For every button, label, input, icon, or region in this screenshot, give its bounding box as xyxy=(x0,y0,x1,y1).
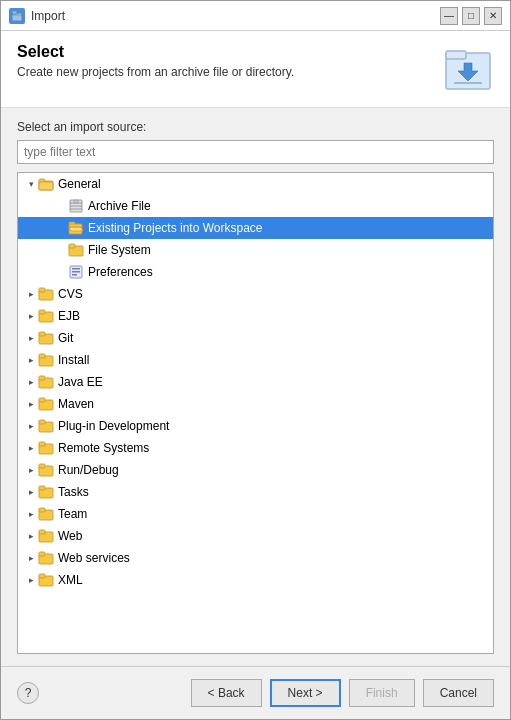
import-dialog: Import — □ ✕ Select Create new projects … xyxy=(0,0,511,720)
expand-arrow[interactable] xyxy=(24,287,38,301)
item-label: Tasks xyxy=(58,485,89,499)
minimize-button[interactable]: — xyxy=(440,7,458,25)
svg-rect-17 xyxy=(69,224,82,227)
expand-arrow[interactable] xyxy=(24,177,38,191)
tree-item-cvs[interactable]: CVS xyxy=(18,283,493,305)
svg-rect-45 xyxy=(39,508,45,512)
content-area: Select an import source: General Archive… xyxy=(1,108,510,666)
expand-arrow[interactable] xyxy=(24,463,38,477)
item-label: Web services xyxy=(58,551,130,565)
footer-buttons: < Back Next > Finish Cancel xyxy=(191,679,494,707)
expand-arrow[interactable] xyxy=(24,551,38,565)
item-label: XML xyxy=(58,573,83,587)
expand-arrow[interactable] xyxy=(24,419,38,433)
tree-item-run-debug[interactable]: Run/Debug xyxy=(18,459,493,481)
item-label: Java EE xyxy=(58,375,103,389)
tree-item-java-ee[interactable]: Java EE xyxy=(18,371,493,393)
svg-rect-22 xyxy=(72,271,80,273)
tree-item-web[interactable]: Web xyxy=(18,525,493,547)
item-label: Web xyxy=(58,529,82,543)
cancel-button[interactable]: Cancel xyxy=(423,679,494,707)
footer: ? < Back Next > Finish Cancel xyxy=(1,666,510,719)
tree-item-maven[interactable]: Maven xyxy=(18,393,493,415)
item-label: General xyxy=(58,177,101,191)
tree-item-team[interactable]: Team xyxy=(18,503,493,525)
expand-arrow[interactable] xyxy=(24,375,38,389)
item-label: File System xyxy=(88,243,151,257)
close-button[interactable]: ✕ xyxy=(484,7,502,25)
item-label: Preferences xyxy=(88,265,153,279)
svg-rect-35 xyxy=(39,398,45,402)
tree-item-archive-file[interactable]: Archive File xyxy=(18,195,493,217)
back-button[interactable]: < Back xyxy=(191,679,262,707)
expand-arrow[interactable] xyxy=(24,331,38,345)
expand-arrow[interactable] xyxy=(24,353,38,367)
tree-item-ejb[interactable]: EJB xyxy=(18,305,493,327)
expand-arrow-empty xyxy=(54,221,68,235)
item-label: Archive File xyxy=(88,199,151,213)
svg-rect-14 xyxy=(74,200,78,203)
filter-input[interactable] xyxy=(17,140,494,164)
tree-item-plugin-dev[interactable]: Plug-in Development xyxy=(18,415,493,437)
expand-arrow[interactable] xyxy=(24,441,38,455)
expand-arrow[interactable] xyxy=(24,309,38,323)
svg-rect-9 xyxy=(39,182,53,190)
expand-arrow[interactable] xyxy=(24,397,38,411)
title-bar: Import — □ ✕ xyxy=(1,1,510,31)
next-button[interactable]: Next > xyxy=(270,679,341,707)
svg-rect-39 xyxy=(39,442,45,446)
tree-item-remote-systems[interactable]: Remote Systems xyxy=(18,437,493,459)
svg-rect-19 xyxy=(69,244,75,248)
tree-item-xml[interactable]: XML xyxy=(18,569,493,591)
expand-arrow[interactable] xyxy=(24,507,38,521)
header-section: Select Create new projects from an archi… xyxy=(1,31,510,108)
maximize-button[interactable]: □ xyxy=(462,7,480,25)
item-label: Remote Systems xyxy=(58,441,149,455)
finish-button[interactable]: Finish xyxy=(349,679,415,707)
expand-arrow[interactable] xyxy=(24,485,38,499)
tree-item-web-services[interactable]: Web services xyxy=(18,547,493,569)
footer-left: ? xyxy=(17,682,191,704)
svg-rect-37 xyxy=(39,420,45,424)
tree-item-tasks[interactable]: Tasks xyxy=(18,481,493,503)
item-label: Maven xyxy=(58,397,94,411)
header-icon xyxy=(442,43,494,95)
tree-item-general[interactable]: General xyxy=(18,173,493,195)
window-controls: — □ ✕ xyxy=(440,7,502,25)
source-label: Select an import source: xyxy=(17,120,494,134)
svg-rect-47 xyxy=(39,530,45,534)
svg-rect-25 xyxy=(39,288,45,292)
item-label: EJB xyxy=(58,309,80,323)
page-description: Create new projects from an archive file… xyxy=(17,65,432,79)
expand-arrow-empty xyxy=(54,243,68,257)
tree-item-existing-projects[interactable]: Existing Projects into Workspace xyxy=(18,217,493,239)
svg-rect-4 xyxy=(446,51,466,59)
help-button[interactable]: ? xyxy=(17,682,39,704)
svg-rect-23 xyxy=(72,274,77,276)
svg-rect-21 xyxy=(72,268,80,270)
item-label: Install xyxy=(58,353,89,367)
tree-item-git[interactable]: Git xyxy=(18,327,493,349)
header-text: Select Create new projects from an archi… xyxy=(17,43,432,79)
svg-rect-43 xyxy=(39,486,45,490)
svg-rect-49 xyxy=(39,552,45,556)
item-label: Existing Projects into Workspace xyxy=(88,221,263,235)
item-label: CVS xyxy=(58,287,83,301)
svg-rect-29 xyxy=(39,332,45,336)
window-title: Import xyxy=(31,9,440,23)
expand-arrow[interactable] xyxy=(24,529,38,543)
svg-rect-27 xyxy=(39,310,45,314)
window-icon xyxy=(9,8,25,24)
item-label: Git xyxy=(58,331,73,345)
svg-rect-41 xyxy=(39,464,45,468)
expand-arrow-empty xyxy=(54,265,68,279)
svg-rect-1 xyxy=(12,11,17,14)
item-label: Team xyxy=(58,507,87,521)
expand-arrow-empty xyxy=(54,199,68,213)
tree-item-preferences[interactable]: Preferences xyxy=(18,261,493,283)
tree-item-install[interactable]: Install xyxy=(18,349,493,371)
tree-container[interactable]: General Archive File Existing Projects i… xyxy=(17,172,494,654)
tree-item-file-system[interactable]: File System xyxy=(18,239,493,261)
expand-arrow[interactable] xyxy=(24,573,38,587)
svg-rect-31 xyxy=(39,354,45,358)
